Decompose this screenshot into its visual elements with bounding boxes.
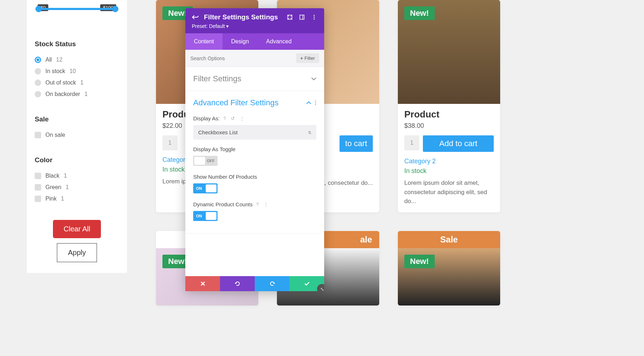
radio-unselected-icon: [35, 80, 41, 86]
stock-option-label: All: [45, 57, 52, 63]
color-option-green[interactable]: Green 1: [35, 184, 119, 191]
stock-option-out-of-stock[interactable]: Out of stock 1: [35, 80, 119, 86]
color-option-count: 1: [65, 184, 69, 191]
field-more-icon[interactable]: ⋮: [264, 202, 268, 207]
product-category[interactable]: Category 2: [404, 158, 494, 165]
radio-selected-icon: [35, 57, 41, 63]
checkbox-unchecked-icon: [35, 132, 41, 138]
svg-point-6: [315, 101, 316, 102]
color-option-pink[interactable]: Pink 1: [35, 196, 119, 202]
product-image[interactable]: New!: [398, 0, 500, 104]
sale-badge: Sale: [398, 231, 500, 248]
field-more-icon[interactable]: ⋮: [240, 116, 244, 121]
sale-heading: Sale: [35, 115, 119, 123]
more-icon[interactable]: [311, 14, 318, 21]
help-icon[interactable]: ?: [223, 116, 226, 121]
color-heading: Color: [35, 156, 119, 164]
tab-content[interactable]: Content: [185, 33, 223, 50]
dynamic-counts-label: Dynamic Product Counts ? ⋮: [193, 201, 316, 207]
color-option-label: Pink: [45, 196, 57, 202]
modal-title: Filter Settings Settings: [204, 13, 281, 21]
help-icon[interactable]: ?: [256, 202, 259, 207]
color-option-count: 1: [64, 173, 67, 179]
redo-button[interactable]: [255, 276, 289, 291]
radio-unselected-icon: [35, 91, 41, 97]
advanced-filter-settings-section[interactable]: Advanced Filter Settings: [185, 91, 324, 107]
search-options-row: +Filter: [185, 50, 324, 67]
radio-unselected-icon: [35, 68, 41, 74]
price-slider[interactable]: [38, 8, 116, 10]
add-to-cart-button[interactable]: to cart: [340, 135, 373, 152]
svg-point-3: [314, 15, 315, 16]
section-more-icon[interactable]: [315, 100, 316, 105]
chevron-down-icon: [311, 77, 316, 80]
quantity-input[interactable]: [162, 135, 177, 150]
svg-point-4: [314, 17, 315, 18]
stock-option-label: Out of stock: [45, 80, 76, 86]
stock-option-in-stock[interactable]: In stock 10: [35, 68, 119, 74]
dynamic-counts-switch[interactable]: ON: [193, 211, 218, 221]
tab-design[interactable]: Design: [223, 33, 258, 50]
product-card: Sale New!: [398, 231, 500, 306]
new-badge: New!: [404, 6, 435, 20]
stock-option-count: 1: [84, 91, 88, 97]
apply-button[interactable]: Apply: [57, 243, 97, 262]
new-badge: New!: [404, 255, 435, 268]
sale-option-label: On sale: [45, 132, 65, 138]
color-option-label: Green: [45, 184, 61, 191]
stock-option-all[interactable]: All 12: [35, 57, 119, 63]
sale-option-on-sale[interactable]: On sale: [35, 132, 119, 138]
svg-point-7: [315, 102, 316, 104]
modal-tabs: Content Design Advanced: [185, 33, 324, 50]
add-to-cart-button[interactable]: Add to cart: [423, 135, 494, 152]
checkbox-unchecked-icon: [35, 184, 41, 191]
stock-status-heading: Stock Status: [35, 40, 119, 48]
preset-selector[interactable]: Preset: Default ▾: [192, 23, 318, 29]
filter-sidebar: $0 $100 Stock Status All 12 In stock 10 …: [27, 0, 127, 273]
stock-option-count: 10: [69, 68, 76, 74]
price-slider-max-thumb[interactable]: [112, 6, 118, 12]
dock-icon[interactable]: [298, 14, 306, 21]
quantity-input[interactable]: [404, 135, 419, 150]
display-toggle-switch[interactable]: OFF: [193, 156, 218, 166]
price-slider-min-thumb[interactable]: [35, 6, 42, 12]
undo-button[interactable]: [220, 276, 255, 291]
stock-option-backorder[interactable]: On backorder 1: [35, 91, 119, 97]
display-as-select[interactable]: Checkboxes List: [193, 125, 316, 140]
advanced-settings-body: Display As: ? ↺ ⋮ Checkboxes List ⇅ Disp…: [185, 107, 324, 233]
back-icon[interactable]: [192, 14, 199, 21]
product-price: $38.00: [404, 122, 494, 130]
modal-footer: [185, 276, 324, 291]
display-as-label: Display As: ? ↺ ⋮: [193, 115, 316, 121]
product-image[interactable]: New!: [398, 248, 500, 306]
color-option-count: 1: [61, 196, 64, 202]
modal-header: Filter Settings Settings Preset: Default…: [185, 8, 324, 33]
show-number-switch[interactable]: ON: [193, 183, 218, 193]
stock-option-label: In stock: [45, 68, 65, 74]
cancel-button[interactable]: [185, 276, 220, 291]
product-description: Lorem ipsum dolor sit amet, consectetur …: [404, 178, 494, 206]
checkbox-unchecked-icon: [35, 173, 41, 179]
checkbox-unchecked-icon: [35, 196, 41, 202]
color-option-black[interactable]: Black 1: [35, 173, 119, 179]
display-toggle-label: Display As Toggle: [193, 146, 316, 152]
stock-option-count: 1: [80, 80, 83, 86]
stock-option-label: On backorder: [45, 91, 80, 97]
chevron-up-icon: [306, 101, 311, 104]
tab-advanced[interactable]: Advanced: [258, 33, 300, 50]
filter-settings-section[interactable]: Filter Settings: [185, 67, 324, 91]
search-options-input[interactable]: [190, 56, 296, 61]
show-number-label: Show Number Of Products: [193, 174, 316, 180]
svg-rect-1: [300, 15, 304, 19]
svg-point-8: [315, 104, 316, 105]
product-stock: In stock: [404, 167, 494, 175]
expand-icon[interactable]: [286, 14, 293, 21]
filter-settings-modal: Filter Settings Settings Preset: Default…: [185, 8, 324, 291]
add-filter-button[interactable]: +Filter: [296, 53, 319, 63]
reset-icon[interactable]: ↺: [231, 116, 235, 121]
section-title: Filter Settings: [193, 74, 241, 83]
product-card: New! Product $38.00 Add to cart Category…: [398, 0, 500, 212]
color-option-label: Black: [45, 173, 59, 179]
section-title: Advanced Filter Settings: [193, 98, 278, 107]
clear-all-button[interactable]: Clear All: [53, 220, 101, 238]
